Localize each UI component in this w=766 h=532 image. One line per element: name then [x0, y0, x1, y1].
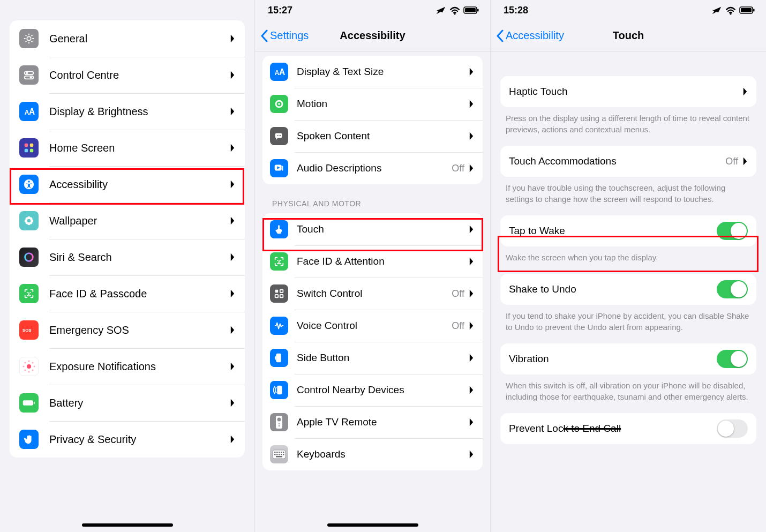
- toggle-vibration[interactable]: [717, 350, 748, 368]
- row-vibration[interactable]: Vibration: [500, 343, 756, 374]
- switch-ctrl-icon: [270, 284, 288, 303]
- svg-rect-5: [25, 72, 34, 75]
- svg-rect-57: [276, 354, 281, 363]
- svg-point-26: [25, 253, 33, 261]
- row-wallpaper[interactable]: Wallpaper: [10, 203, 245, 239]
- row-side-button[interactable]: Side Button: [262, 342, 483, 374]
- hand-icon: [19, 430, 39, 449]
- svg-rect-69: [283, 452, 284, 453]
- status-time: 15:28: [504, 5, 528, 16]
- row-touch[interactable]: Touch: [262, 213, 483, 245]
- back-label: Accessibility: [506, 29, 564, 42]
- row-haptic-touch[interactable]: Haptic Touch: [500, 76, 756, 107]
- chevron-right-icon: [469, 353, 474, 363]
- touch-icon: [270, 220, 288, 238]
- svg-point-61: [277, 418, 281, 422]
- toggle-tap-to-wake[interactable]: [717, 222, 748, 240]
- row-prevent-lock[interactable]: Prevent Lock to End Call: [500, 413, 756, 444]
- toggle-prevent-lock[interactable]: [717, 419, 748, 438]
- row-keyboards[interactable]: Keyboards: [262, 438, 483, 470]
- svg-point-35: [24, 362, 26, 363]
- svg-rect-7: [25, 76, 34, 79]
- row-home-screen[interactable]: Home Screen: [10, 130, 245, 166]
- tap-to-wake-group: Tap to Wake: [500, 215, 756, 246]
- row-motion[interactable]: Motion: [262, 88, 483, 120]
- row-battery[interactable]: Battery: [10, 385, 245, 421]
- row-touch-accommodations[interactable]: Touch Accommodations Off: [500, 146, 756, 177]
- row-emergency-sos[interactable]: SOSEmergency SOS: [10, 312, 245, 348]
- row-display-brightness[interactable]: AADisplay & Brightness: [10, 93, 245, 130]
- status-icons: [711, 4, 755, 16]
- spoken-icon: [270, 127, 288, 145]
- row-apple-tv-remote[interactable]: Apple TV Remote: [262, 406, 483, 438]
- row-label: Face ID & Passcode: [49, 288, 230, 299]
- ad-icon: [270, 159, 288, 177]
- row-general[interactable]: General: [10, 20, 245, 57]
- footer-shake: If you tend to shake your iPhone by acci…: [491, 305, 766, 335]
- svg-rect-11: [25, 144, 28, 147]
- chevron-right-icon: [230, 216, 235, 226]
- svg-point-30: [27, 364, 31, 369]
- row-voice-control[interactable]: Voice ControlOff: [262, 310, 483, 342]
- row-label: Home Screen: [49, 142, 230, 154]
- chevron-right-icon: [469, 131, 474, 141]
- svg-rect-68: [281, 452, 282, 453]
- svg-text:SOS: SOS: [22, 328, 31, 333]
- svg-point-25: [27, 219, 31, 222]
- row-switch-control[interactable]: Switch ControlOff: [262, 278, 483, 310]
- toggle-shake-undo[interactable]: [717, 280, 748, 298]
- chevron-right-icon: [469, 321, 474, 331]
- row-spoken-content[interactable]: Spoken Content: [262, 120, 483, 152]
- chevron-right-icon: [469, 99, 474, 109]
- chevron-right-icon: [230, 179, 235, 189]
- chevron-right-icon: [469, 67, 474, 77]
- svg-point-34: [33, 365, 35, 367]
- faceid-icon: [19, 284, 39, 303]
- row-face-id-attention[interactable]: Face ID & Attention: [262, 245, 483, 278]
- row-value: Off: [725, 156, 738, 167]
- row-tap-to-wake[interactable]: Tap to Wake: [500, 215, 756, 246]
- home-indicator: [82, 523, 173, 527]
- row-label: Tap to Wake: [509, 226, 717, 237]
- svg-rect-53: [275, 290, 279, 293]
- chevron-left-icon: [496, 29, 505, 42]
- accessibility-screen: 15:27 Settings Accessibility AADisplay &…: [255, 0, 491, 532]
- chevron-right-icon: [742, 156, 748, 166]
- vibration-group: Vibration: [500, 343, 756, 374]
- back-button[interactable]: Settings: [260, 29, 309, 42]
- row-accessibility[interactable]: Accessibility: [10, 166, 245, 203]
- row-face-id-passcode[interactable]: Face ID & Passcode: [10, 275, 245, 312]
- row-control-centre[interactable]: Control Centre: [10, 57, 245, 93]
- svg-text:A: A: [279, 68, 285, 77]
- wifi-icon: [725, 5, 736, 15]
- row-label: Face ID & Attention: [297, 256, 469, 267]
- row-display-text-size[interactable]: AADisplay & Text Size: [262, 56, 483, 88]
- row-label: Keyboards: [297, 449, 469, 460]
- footer-haptic: Press on the display using a different l…: [491, 107, 766, 137]
- row-value: Off: [452, 320, 464, 332]
- row-siri-search[interactable]: Siri & Search: [10, 239, 245, 275]
- row-label: Shake to Undo: [509, 284, 717, 295]
- svg-point-28: [30, 292, 31, 293]
- row-audio-descriptions[interactable]: Audio DescriptionsOff: [262, 152, 483, 184]
- prevent-lock-group: Prevent Lock to End Call: [500, 413, 756, 444]
- voice-ctrl-icon: [270, 317, 288, 335]
- chevron-right-icon: [230, 34, 235, 43]
- row-label: Wallpaper: [49, 215, 230, 227]
- row-control-nearby-devices[interactable]: Control Nearby Devices: [262, 374, 483, 406]
- row-label: Audio Descriptions: [297, 163, 452, 174]
- row-label: Display & Text Size: [297, 66, 469, 78]
- svg-rect-13: [25, 149, 28, 152]
- battery-icon: [19, 393, 39, 413]
- row-label: Voice Control: [297, 320, 452, 332]
- section-header-physical: PHYSICAL AND MOTOR: [255, 184, 490, 213]
- chevron-right-icon: [469, 449, 474, 459]
- row-shake-undo[interactable]: Shake to Undo: [500, 274, 756, 305]
- back-button[interactable]: Accessibility: [496, 29, 564, 42]
- row-label: Touch Accommodations: [509, 156, 725, 167]
- footer-vibration: When this switch is off, all vibration o…: [491, 374, 766, 404]
- row-privacy-security[interactable]: Privacy & Security: [10, 421, 245, 458]
- chevron-right-icon: [230, 325, 235, 335]
- chevron-right-icon: [469, 224, 474, 234]
- row-exposure-notifications[interactable]: Exposure Notifications: [10, 348, 245, 385]
